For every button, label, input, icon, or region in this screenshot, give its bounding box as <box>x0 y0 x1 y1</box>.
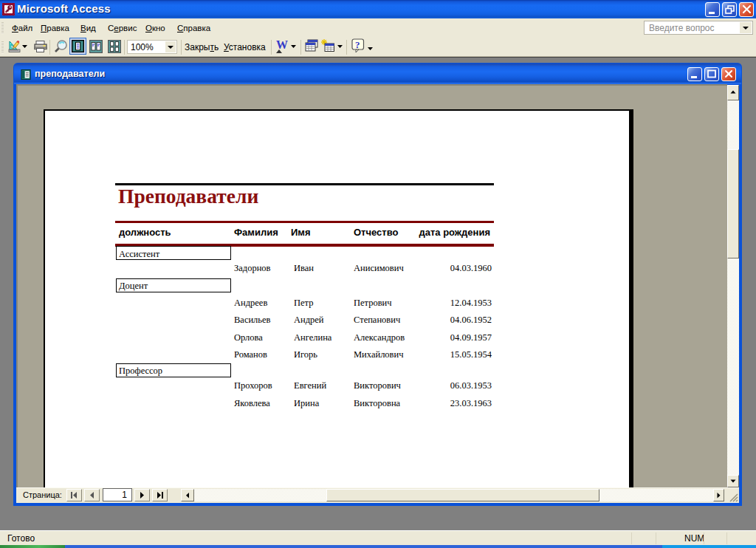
svg-text:?: ? <box>355 39 360 50</box>
